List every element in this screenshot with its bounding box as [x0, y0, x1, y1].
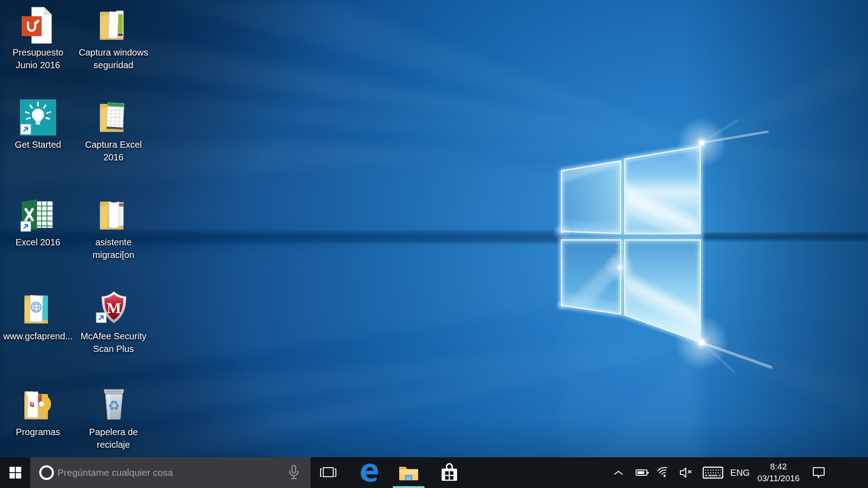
- cortana-icon: [38, 464, 56, 482]
- folder-with-documents-icon: [95, 192, 132, 235]
- desktop-icon-get-started[interactable]: Get Started: [1, 95, 75, 151]
- svg-text:M: M: [107, 300, 121, 316]
- desktop-icon-captura-excel-2016[interactable]: Captura Excel2016: [76, 95, 151, 164]
- task-view-icon: [319, 465, 337, 480]
- folder-with-spreadsheet-icon: [95, 95, 132, 137]
- excel-app-icon: [20, 192, 56, 235]
- desktop-icon-label: Excel 2016: [16, 236, 61, 249]
- desktop-icon-label: asistentemigraci[on: [93, 236, 134, 261]
- desktop-icon-label: Get Started: [15, 138, 61, 151]
- svg-text:♻: ♻: [108, 398, 120, 413]
- folder-with-programs-icon: [20, 382, 56, 425]
- edge-browser-button[interactable]: [352, 457, 387, 488]
- cortana-search-box[interactable]: Pregúntame cualquier cosa: [30, 457, 311, 488]
- folder-with-webpage-icon: [20, 286, 56, 329]
- desktop-icon-label: www.gcfaprend...: [3, 330, 72, 343]
- speaker-muted-icon: [679, 467, 694, 478]
- powerpoint-document-icon: [20, 3, 56, 45]
- desktop-icon-label: McAfee SecurityScan Plus: [80, 330, 146, 355]
- desktop-icon-excel-2016[interactable]: Excel 2016: [1, 192, 75, 249]
- desktop-icon-mcafee-security-scan-plus[interactable]: M McAfee SecurityScan Plus: [76, 286, 151, 355]
- action-center-button[interactable]: [807, 457, 830, 488]
- desktop-icon-presupuesto-junio-2016[interactable]: PresupuestoJunio 2016: [1, 3, 75, 71]
- active-app-indicator: [393, 486, 425, 488]
- tray-clock[interactable]: 8:42 03/11/2016: [752, 457, 805, 488]
- start-button[interactable]: [0, 457, 30, 488]
- windows-store-button[interactable]: [432, 457, 467, 488]
- desktop-icon-programas[interactable]: Programas: [1, 382, 75, 438]
- folder-with-image-icon: [95, 3, 132, 45]
- desktop[interactable]: PresupuestoJunio 2016 Captura windowsseg…: [0, 0, 868, 488]
- desktop-icon-label: Captura Excel2016: [85, 138, 142, 164]
- tray-show-hidden-icons[interactable]: [609, 457, 627, 488]
- file-explorer-icon: [398, 464, 419, 481]
- edge-icon: [359, 462, 380, 483]
- tray-touch-keyboard[interactable]: [702, 457, 724, 488]
- desktop-icon-www-gcfaprend[interactable]: www.gcfaprend...: [1, 286, 75, 343]
- mcafee-shield-icon: M: [95, 286, 132, 329]
- desktop-icon-papelera-de-reciclaje[interactable]: ♻ Papelera dereciclaje: [76, 382, 151, 451]
- search-placeholder: Pregúntame cualquier cosa: [57, 457, 173, 488]
- windows-logo-icon: [9, 467, 21, 479]
- taskbar: Pregúntame cualquier cosa: [0, 457, 868, 488]
- action-center-icon: [812, 466, 826, 479]
- chevron-up-icon: [613, 470, 623, 475]
- desktop-icon-label: Programas: [16, 426, 60, 438]
- file-explorer-button[interactable]: [391, 457, 426, 488]
- desktop-icon-captura-windows-seguridad[interactable]: Captura windowsseguridad: [76, 3, 151, 71]
- task-view-button[interactable]: [311, 457, 346, 488]
- keyboard-icon: [703, 466, 723, 479]
- desktop-icon-label: PresupuestoJunio 2016: [13, 46, 63, 71]
- recycle-bin-icon: ♻: [95, 382, 132, 425]
- clock-date: 03/11/2016: [757, 473, 800, 484]
- microphone-icon[interactable]: [287, 465, 301, 482]
- tray-volume-muted[interactable]: [678, 457, 696, 488]
- wifi-icon: [658, 467, 671, 479]
- desktop-icon-label: Papelera dereciclaje: [89, 426, 138, 451]
- tray-language[interactable]: ENG: [728, 457, 752, 488]
- store-icon: [439, 463, 459, 482]
- tray-wifi[interactable]: [656, 457, 674, 488]
- desktop-icon-asistente-migracion[interactable]: asistentemigraci[on: [76, 192, 151, 261]
- tray-battery[interactable]: [633, 457, 651, 488]
- desktop-icon-label: Captura windowsseguridad: [79, 46, 148, 71]
- get-started-tile-icon: [19, 95, 57, 137]
- clock-time: 8:42: [770, 461, 787, 473]
- battery-icon: [636, 469, 649, 477]
